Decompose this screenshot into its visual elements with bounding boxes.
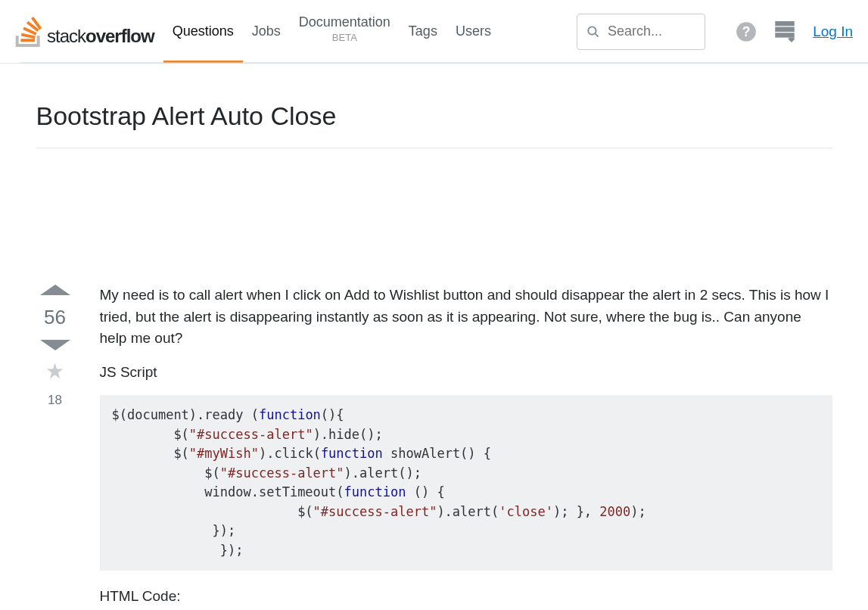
inbox-icon[interactable] — [775, 21, 795, 42]
login-link[interactable]: Log In — [813, 23, 853, 40]
code-block-js: $(document).ready (function(){ $("#succe… — [100, 395, 832, 571]
main-nav: Questions Jobs Documentation BETA Tags U… — [173, 1, 491, 62]
html-heading: HTML Code: — [100, 586, 832, 608]
logo-text: stackoverflow — [47, 26, 154, 47]
nav-docs-wrap: Documentation BETA — [299, 1, 390, 43]
question-title: Bootstrap Alert Auto Close — [36, 101, 832, 131]
svg-line-1 — [595, 33, 598, 36]
help-icon[interactable]: ? — [736, 21, 757, 42]
vote-cell: 56 ★ 18 — [36, 285, 74, 610]
nav-documentation[interactable]: Documentation — [299, 14, 390, 30]
question-body-row: 56 ★ 18 My need is to call alert when I … — [36, 148, 832, 610]
downvote-button[interactable] — [40, 340, 70, 350]
search-box[interactable] — [577, 14, 705, 50]
title-row: Bootstrap Alert Auto Close — [36, 64, 832, 148]
question-paragraph: My need is to call alert when I click on… — [100, 285, 832, 350]
svg-point-0 — [588, 26, 596, 34]
upvote-button[interactable] — [40, 285, 70, 295]
vote-count: 56 — [44, 306, 66, 329]
content: Bootstrap Alert Auto Close 56 ★ 18 My ne… — [18, 64, 851, 610]
favorite-count: 18 — [48, 393, 62, 408]
nav-questions[interactable]: Questions — [173, 1, 234, 62]
js-heading: JS Script — [100, 362, 832, 384]
svg-rect-4 — [775, 21, 794, 26]
favorite-button[interactable]: ★ — [45, 361, 64, 382]
search-icon — [586, 23, 600, 40]
nav-users[interactable]: Users — [456, 1, 491, 62]
svg-text:?: ? — [742, 23, 751, 39]
post-body: My need is to call alert when I click on… — [100, 285, 832, 610]
stackoverflow-icon — [15, 17, 42, 47]
nav-jobs[interactable]: Jobs — [252, 1, 281, 62]
nav-tags[interactable]: Tags — [409, 1, 437, 62]
beta-badge: BETA — [332, 32, 357, 43]
logo[interactable]: stackoverflow — [15, 17, 154, 47]
svg-rect-5 — [775, 26, 794, 31]
search-input[interactable] — [608, 23, 695, 39]
topbar: stackoverflow Questions Jobs Documentati… — [0, 0, 868, 64]
svg-rect-6 — [775, 33, 794, 37]
